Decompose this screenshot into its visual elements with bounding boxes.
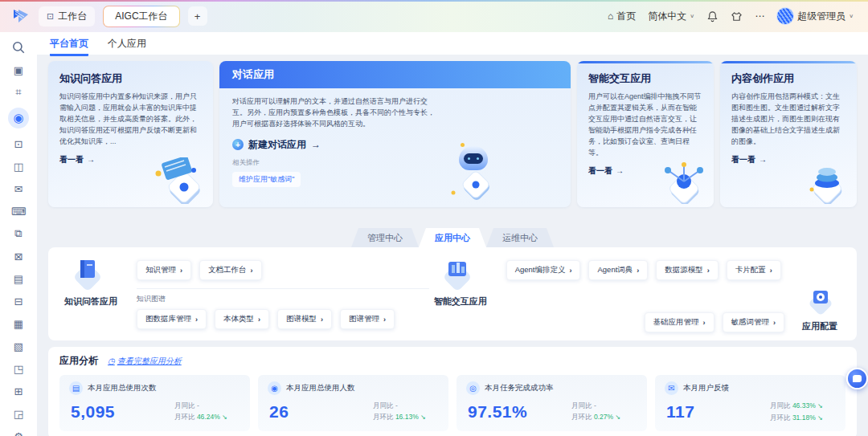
card-dialog-app[interactable]: 对话应用 对话应用可以理解用户的文本，并通过自然语言与用户进行交互。另外，应用内… [219, 61, 571, 207]
section-title: 智能交互应用 [434, 295, 498, 308]
link-datasource-model[interactable]: 数据源模型› [656, 260, 719, 280]
user-avatar [776, 7, 794, 25]
create-app-icon: + [232, 139, 244, 150]
view-full-analysis-link[interactable]: ◷ 查看完整应用分析 [108, 356, 182, 367]
tab-ops-center[interactable]: 运维中心 [486, 228, 554, 247]
workspace-tab[interactable]: ⊡ 工作台 [39, 6, 95, 26]
chevron-right-icon: › [180, 267, 182, 275]
language-selector[interactable]: 简体中文 ∨ [648, 10, 694, 23]
chevron-right-icon: › [195, 316, 198, 324]
notification-bell-icon[interactable] [706, 10, 719, 22]
section-app-config: 基础应用管理› 敏感词管理› 应用配置 [645, 287, 846, 332]
mail-config-icon[interactable]: ✉ [11, 181, 26, 196]
card-description: 内容创作应用包括两种模式：文生图和图生图。文生图通过解析文字描述生成图片，而图生… [720, 92, 857, 148]
link-graph-management[interactable]: 图谱管理› [340, 309, 395, 329]
customer-service-floating-button[interactable] [846, 368, 868, 389]
knowledge-graph-group-label: 知识图谱 [137, 294, 429, 304]
card-title: 内容创作应用 [720, 61, 857, 92]
add-tab-button[interactable]: + [188, 6, 207, 26]
tab-app-center[interactable]: 应用中心 [419, 228, 486, 247]
dashboard-icon[interactable]: ▤ [11, 271, 26, 286]
chevron-right-icon: › [773, 319, 776, 327]
home-link[interactable]: ⌂ 首页 [608, 10, 636, 23]
card-knowledge-qa[interactable]: 知识问答应用 知识问答应用中内置多种知识来源，用户只需输入问题，应用就会从丰富的… [48, 61, 213, 207]
stat-value: 5,095 [71, 402, 115, 422]
chevron-right-icon: › [707, 267, 710, 275]
link-agent-orchestration[interactable]: Agent编排定义› [506, 260, 581, 280]
arrow-right-icon: → [311, 139, 321, 150]
stat-trends: 月同比 - 月环比 16.13% ↘ [373, 400, 439, 423]
stat-trends: 月同比 - 月环比 46.24% ↘ [174, 400, 240, 423]
card-content-creation[interactable]: 内容创作应用 内容创作应用包括两种模式：文生图和图生图。文生图通过解析文字描述生… [720, 61, 857, 207]
link-knowledge-management[interactable]: 知识管理› [137, 260, 191, 280]
analysis-title: 应用分析 [59, 354, 98, 368]
workspace-tab-label: 工作台 [58, 10, 87, 23]
arrow-right-icon: → [759, 155, 767, 164]
web-app-icon[interactable]: ◫ [11, 159, 26, 173]
keyboard-icon[interactable]: ⌨ [11, 204, 26, 218]
stat-label: 本月应用总使用次数 [88, 383, 157, 393]
home-label: 首页 [616, 10, 636, 23]
search-icon[interactable] [11, 40, 26, 55]
trend-down-icon: ↘ [817, 414, 823, 422]
feedback-stat-icon: ✉ [665, 381, 678, 395]
app-gallery-icon[interactable]: ▣ [11, 63, 26, 77]
window-icon: ⊡ [47, 11, 54, 22]
user-menu[interactable]: 超级管理员 ∨ [776, 7, 854, 25]
pill-label: 文档工作台 [208, 265, 247, 275]
link-agent-dictionary[interactable]: Agent词典› [588, 260, 648, 280]
maintain-sensitive-words-link[interactable]: 维护应用"敏感词" [232, 172, 301, 187]
capture-icon[interactable]: ◲ [11, 406, 26, 421]
left-sidebar: ▣ ⌗ ◉ ⊡ ◫ ✉ ⌨ ⧉ ⊠ ▤ ⊟ ▦ ▧ ◳ ⊞ ◲ ⚙ ☰ [0, 32, 37, 436]
atom-illustration [649, 162, 707, 204]
aigc-workspace-tab[interactable]: AIGC工作台 [104, 6, 178, 26]
more-menu-icon[interactable]: ⋯ [755, 10, 764, 22]
card-title: 对话应用 [219, 61, 571, 88]
media-box-icon[interactable]: ⊠ [11, 249, 26, 263]
stat-value: 97.51% [468, 402, 527, 422]
create-dialog-app-button[interactable]: + 新建对话应用 → [232, 138, 438, 152]
code-app-icon[interactable]: ⊡ [11, 137, 26, 151]
create-dialog-app-label: 新建对话应用 [248, 138, 306, 152]
link-basic-app-management[interactable]: 基础应用管理› [645, 312, 714, 332]
link-card-config[interactable]: 卡片配置› [727, 260, 781, 280]
success-stat-icon: ◎ [466, 381, 480, 395]
pill-label: 知识管理 [145, 265, 176, 275]
stat-value: 117 [666, 402, 694, 422]
stat-monthly-users: ◉ 本月应用总使用人数 26 月同比 - 月环比 16.13% ↘ [258, 375, 448, 431]
center-tabs: 管理中心 应用中心 运维中心 [48, 228, 857, 247]
pill-label: 敏感词管理 [731, 317, 770, 328]
org-structure-icon[interactable]: ⌗ [11, 85, 26, 100]
report-icon[interactable]: ▦ [11, 316, 26, 331]
chevron-right-icon: › [258, 316, 260, 324]
theme-skin-icon[interactable] [731, 10, 743, 22]
app-config-icon [800, 287, 839, 316]
pill-label: 数据源模型 [665, 265, 703, 275]
pill-label: 图谱模型 [286, 314, 317, 324]
rings-illustration [792, 162, 850, 204]
tab-platform-home[interactable]: 平台首页 [50, 37, 88, 56]
card-smart-interaction[interactable]: 智能交互应用 用户可以在Agent编排中拖拽不同节点并配置其逻辑关系，从而在智能… [577, 61, 714, 207]
ai-assistant-icon[interactable]: ◉ [8, 108, 29, 128]
active-tab-border: AIGC工作台 [103, 6, 179, 27]
link-graph-model[interactable]: 图谱模型› [277, 309, 332, 329]
section-title: 应用配置 [794, 320, 845, 332]
chat-icon[interactable]: ⊟ [11, 294, 26, 308]
link-ontology-type[interactable]: 本体类型› [215, 309, 269, 329]
chevron-right-icon: › [569, 267, 571, 275]
chevron-right-icon: › [703, 319, 706, 327]
link-sensitive-word-management[interactable]: 敏感词管理› [723, 312, 785, 332]
tab-personal-apps[interactable]: 个人应用 [108, 37, 146, 54]
cluster-icon[interactable]: ⊞ [11, 384, 26, 398]
link-graph-db-management[interactable]: 图数据库管理› [137, 309, 207, 329]
pill-label: 本体类型 [223, 314, 254, 324]
tab-manage-center[interactable]: 管理中心 [351, 228, 419, 247]
workflow-icon[interactable]: ⧉ [11, 226, 26, 241]
link-doc-workbench[interactable]: 文档工作台› [199, 260, 262, 280]
screen-share-icon[interactable]: ◳ [11, 361, 26, 376]
trend-down-icon: ↘ [222, 414, 227, 421]
settings-gear-icon[interactable]: ⚙ [11, 429, 26, 436]
image-app-icon[interactable]: ▧ [11, 339, 26, 353]
pill-label: 卡片配置 [735, 265, 766, 275]
robot-illustration [437, 146, 510, 206]
